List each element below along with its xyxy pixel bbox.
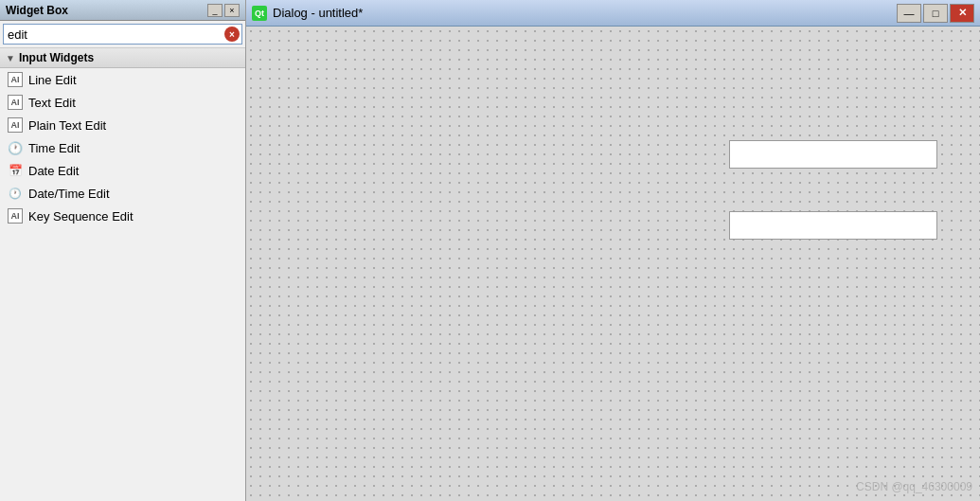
qt-icon: Qt (252, 6, 267, 21)
dialog-title-text: Dialog - untitled* (273, 6, 363, 20)
time-edit-icon: 🕐 (8, 140, 23, 155)
widget-box-minimize-button[interactable]: _ (207, 4, 223, 17)
widget-item-line-edit[interactable]: AI Line Edit (0, 68, 245, 91)
search-clear-button[interactable]: × (224, 27, 240, 42)
category-label: Input Widgets (19, 51, 94, 64)
search-input[interactable] (3, 24, 242, 45)
widget-item-key-sequence-edit[interactable]: AI Key Sequence Edit (0, 205, 245, 227)
category-header[interactable]: ▼ Input Widgets (0, 48, 245, 68)
form-input-2[interactable] (729, 211, 937, 240)
datetime-edit-icon: 🕐 (8, 186, 23, 201)
watermark: CSDN @qq_46300009 (856, 480, 972, 493)
widget-list: AI Line Edit AI Text Edit AI Plain Text … (0, 68, 245, 501)
date-edit-label: Date Edit (28, 164, 79, 178)
main-area: Qt Dialog - untitled* — □ ✕ CSDN @qq_463… (246, 0, 980, 501)
dialog-restore-button[interactable]: □ (923, 4, 948, 23)
dialog-titlebar: Qt Dialog - untitled* — □ ✕ (246, 0, 980, 27)
widget-item-text-edit[interactable]: AI Text Edit (0, 91, 245, 114)
line-edit-label: Line Edit (28, 73, 77, 87)
search-container: × (0, 21, 245, 48)
dialog-title-left: Qt Dialog - untitled* (252, 6, 363, 21)
widget-item-datetime-edit[interactable]: 🕐 Date/Time Edit (0, 182, 245, 205)
time-edit-label: Time Edit (28, 141, 80, 155)
form-input-1[interactable] (729, 140, 937, 169)
key-sequence-edit-icon: AI (8, 208, 23, 224)
widget-item-time-edit[interactable]: 🕐 Time Edit (0, 136, 245, 159)
widget-box-titlebar: Widget Box _ × (0, 0, 245, 21)
widget-item-date-edit[interactable]: 📅 Date Edit (0, 159, 245, 182)
widget-box-close-button[interactable]: × (224, 4, 240, 17)
datetime-edit-label: Date/Time Edit (28, 187, 110, 201)
dialog-close-button[interactable]: ✕ (950, 4, 974, 23)
text-edit-label: Text Edit (28, 96, 76, 110)
key-sequence-edit-label: Key Sequence Edit (28, 209, 134, 224)
dialog-titlebar-buttons: — □ ✕ (897, 4, 974, 23)
line-edit-icon: AI (8, 72, 23, 87)
dialog-canvas[interactable]: CSDN @qq_46300009 (246, 27, 980, 501)
text-edit-icon: AI (8, 95, 23, 110)
plain-text-edit-icon: AI (8, 117, 23, 133)
widget-box: Widget Box _ × × ▼ Input Widgets AI Line… (0, 0, 246, 501)
date-edit-icon: 📅 (8, 163, 23, 178)
widget-item-plain-text-edit[interactable]: AI Plain Text Edit (0, 114, 245, 136)
widget-box-title: Widget Box (6, 4, 68, 17)
plain-text-edit-label: Plain Text Edit (28, 118, 106, 133)
category-arrow: ▼ (6, 53, 15, 63)
widget-box-titlebar-buttons: _ × (207, 4, 240, 17)
dialog-minimize-button[interactable]: — (897, 4, 921, 23)
